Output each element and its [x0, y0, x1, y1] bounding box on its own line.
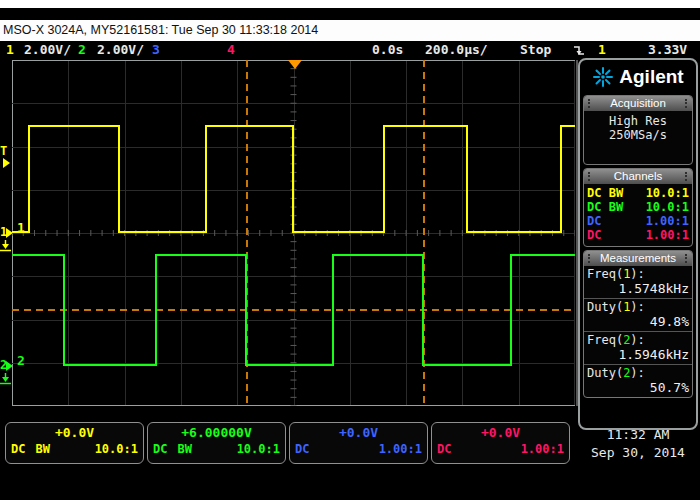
measurements-header: Measurements — [584, 251, 692, 266]
ch2-number: 2 — [78, 42, 86, 57]
meas-label: Duty( — [587, 300, 623, 314]
title-bar: MSO-X 3024A, MY52161581: Tue Sep 30 11:3… — [0, 20, 700, 41]
ch2-bw-label: BW — [177, 441, 191, 457]
left-marker-gutter: T 1 2 — [0, 60, 12, 406]
meas-label-end: ): — [630, 333, 644, 347]
ch4-coupling: DC — [587, 228, 601, 242]
sample-rate: 250MSa/s — [584, 128, 692, 142]
trigger-level-arrow-icon — [3, 158, 10, 168]
channels-section: Channels DC BW 10.0:1 DC BW 10.0:1 DC 1.… — [583, 168, 693, 247]
ch2-status-box: +6.00000V DCBW10.0:1 — [147, 422, 286, 464]
grip-icon — [685, 99, 688, 108]
oscilloscope-screenshot: MSO-X 3024A, MY52161581: Tue Sep 30 11:3… — [0, 0, 700, 500]
ch1-scale: 2.00V/ — [24, 42, 71, 57]
ch3-coupling: DC — [587, 214, 601, 228]
ch3-status-box: +0.0V DC1.00:1 — [289, 422, 428, 464]
grip-icon — [588, 172, 591, 181]
ch4-status-box: +0.0V DC1.00:1 — [431, 422, 570, 464]
ch2-ratio-label: 10.0:1 — [237, 441, 280, 457]
channel-row-4: DC 1.00:1 — [584, 228, 692, 242]
run-state: Stop — [520, 42, 551, 57]
brand-row: Agilent — [583, 62, 693, 92]
meas-label: Freq( — [587, 267, 623, 281]
ch1-coupling: DC BW — [587, 186, 623, 200]
trigger-level-label: T — [0, 144, 7, 158]
ch2-ground-symbol-icon — [0, 373, 11, 385]
ch2-offset: +6.00000V — [153, 425, 280, 441]
ch3-offset: +0.0V — [295, 425, 422, 441]
meas-label: Duty( — [587, 366, 623, 380]
agilent-starburst-icon — [592, 66, 614, 88]
ch2-trace-label: 2 — [17, 353, 25, 368]
trigger-position-marker-icon — [288, 60, 302, 69]
model-serial-datetime: MSO-X 3024A, MY52161581: Tue Sep 30 11:3… — [3, 23, 318, 37]
meas-label-end: ): — [630, 267, 644, 281]
measurements-header-label: Measurements — [600, 252, 676, 264]
measurement-duty1: Duty(1): 49.8% — [584, 299, 692, 332]
acquisition-body: High Res 250MSa/s — [584, 111, 692, 164]
meas-label: Freq( — [587, 333, 623, 347]
ch4-coupling-label: DC — [437, 441, 451, 457]
grip-icon — [588, 254, 591, 263]
timebase-readout: 200.0µs/ — [425, 42, 488, 57]
measurement-duty2: Duty(2): 50.7% — [584, 365, 692, 397]
acquisition-section: Acquisition High Res 250MSa/s — [583, 95, 693, 165]
clock-date: Sep 30, 2014 — [578, 444, 698, 462]
ch3-number: 3 — [152, 42, 160, 57]
ch2-probe-ratio: 10.0:1 — [646, 200, 689, 214]
channels-header: Channels — [584, 169, 692, 184]
sidebar-panel: Agilent Acquisition High Res 250MSa/s Ch… — [578, 58, 698, 430]
ch4-offset: +0.0V — [437, 425, 564, 441]
grip-icon — [588, 99, 591, 108]
ch1-bw-label: BW — [35, 441, 49, 457]
ch1-ratio-label: 10.0:1 — [95, 441, 138, 457]
meas-label-end: ): — [630, 300, 644, 314]
grip-icon — [685, 254, 688, 263]
clock: 11:32 AM Sep 30, 2014 — [578, 426, 698, 462]
channel-row-2: DC BW 10.0:1 — [584, 200, 692, 214]
ch4-probe-ratio: 1.00:1 — [646, 228, 689, 242]
meas-value: 1.5946kHz — [587, 347, 689, 362]
channel-row-3: DC 1.00:1 — [584, 214, 692, 228]
ch1-coupling-label: DC — [11, 441, 25, 457]
waveform-svg — [12, 60, 575, 406]
channel-row-1: DC BW 10.0:1 — [584, 186, 692, 200]
clock-time: 11:32 AM — [578, 426, 698, 444]
channels-body: DC BW 10.0:1 DC BW 10.0:1 DC 1.00:1 DC 1… — [584, 184, 692, 246]
trigger-source: 1 — [598, 42, 606, 57]
channel-1-trace — [12, 126, 575, 232]
meas-value: 50.7% — [587, 380, 689, 395]
ch1-probe-ratio: 10.0:1 — [646, 186, 689, 200]
meas-value: 1.5748kHz — [587, 281, 689, 296]
ch3-probe-ratio: 1.00:1 — [646, 214, 689, 228]
ch4-ratio-label: 1.00:1 — [521, 441, 564, 457]
ch1-ground-symbol-icon — [0, 240, 11, 252]
ch1-trace-label: 1 — [17, 220, 25, 235]
ch2-coupling-label: DC — [153, 441, 167, 457]
waveform-graticule: 1 2 — [12, 60, 575, 406]
meas-label-end: ): — [630, 366, 644, 380]
ch1-number: 1 — [6, 42, 14, 57]
meas-value: 49.8% — [587, 314, 689, 329]
ch2-scale: 2.00V/ — [97, 42, 144, 57]
ch4-number: 4 — [227, 42, 235, 57]
acquisition-mode: High Res — [584, 114, 692, 128]
trigger-edge-icon — [572, 44, 585, 58]
brand-name: Agilent — [619, 66, 683, 88]
channels-header-label: Channels — [614, 170, 663, 182]
measurement-freq1: Freq(1): 1.5748kHz — [584, 266, 692, 299]
bottom-channel-bar: +0.0V DCBW10.0:1 +6.00000V DCBW10.0:1 +0… — [5, 422, 570, 464]
measurements-section: Measurements Freq(1): 1.5748kHz Duty(1):… — [583, 250, 693, 398]
measurement-freq2: Freq(2): 1.5946kHz — [584, 332, 692, 365]
ch1-status-box: +0.0V DCBW10.0:1 — [5, 422, 144, 464]
delay-readout: 0.0s — [372, 42, 403, 57]
trigger-level: 3.33V — [648, 42, 687, 57]
ch1-offset: +0.0V — [11, 425, 138, 441]
acquisition-header: Acquisition — [584, 96, 692, 111]
ch3-ratio-label: 1.00:1 — [379, 441, 422, 457]
ch2-coupling: DC BW — [587, 200, 623, 214]
ch3-coupling-label: DC — [295, 441, 309, 457]
grip-icon — [685, 172, 688, 181]
acquisition-header-label: Acquisition — [610, 97, 666, 109]
